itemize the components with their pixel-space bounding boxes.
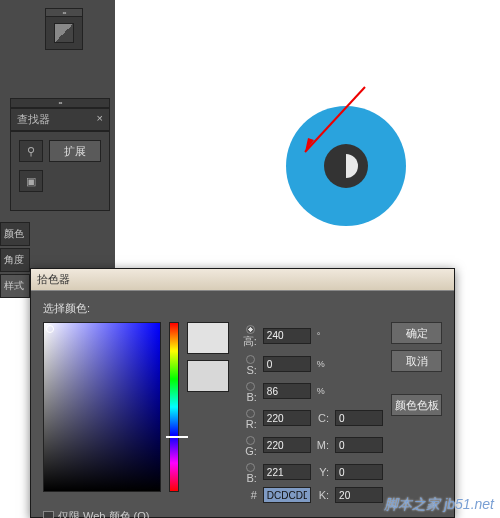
s-input[interactable] (263, 356, 311, 372)
canvas-inner-circle (324, 144, 368, 188)
finder-panel: •• 查找器 × ⚲ 扩展 ▣ (10, 98, 110, 211)
watermark: 脚本之家 jb51.net (384, 496, 494, 514)
side-tab-color[interactable]: 颜色 (0, 222, 30, 246)
radio-bl[interactable] (246, 463, 255, 472)
ok-button[interactable]: 确定 (391, 322, 442, 344)
side-tab-style[interactable]: 样式 (0, 274, 30, 298)
cancel-button[interactable]: 取消 (391, 350, 442, 372)
radio-b[interactable] (246, 382, 255, 391)
radio-g[interactable] (246, 436, 255, 445)
select-color-label: 选择颜色: (43, 301, 442, 316)
new-color-swatch (187, 322, 229, 354)
web-only-row[interactable]: 仅限 Web 颜色 (O) (43, 509, 442, 518)
panel-grip[interactable]: •• (46, 9, 82, 17)
left-panel-strip: •• •• 查找器 × ⚲ 扩展 ▣ 颜色 角度 样式 (0, 0, 115, 280)
finder-stack-button[interactable]: ▣ (19, 170, 43, 192)
hue-slider[interactable] (169, 322, 179, 492)
stack-icon: ▣ (26, 175, 36, 188)
web-only-label: 仅限 Web 颜色 (O) (58, 509, 149, 518)
b-input[interactable] (263, 383, 311, 399)
bl-input[interactable] (263, 464, 311, 480)
radio-r[interactable] (246, 409, 255, 418)
m-input[interactable] (335, 437, 383, 453)
panel-grip[interactable]: •• (10, 98, 110, 108)
g-input[interactable] (263, 437, 311, 453)
y-input[interactable] (335, 464, 383, 480)
mini-layers-panel[interactable]: •• (45, 8, 83, 50)
side-tab-angle[interactable]: 角度 (0, 248, 30, 272)
color-fields: 高: ° S: % B: % R: C: G: M: B: Y: # (243, 322, 383, 503)
saturation-value-box[interactable] (43, 322, 161, 492)
color-picker-dialog: 拾色器 选择颜色: 高: ° S: % B: % R: (30, 268, 455, 518)
finder-tab[interactable]: 查找器 (17, 112, 50, 127)
current-color-swatch (187, 360, 229, 392)
k-input[interactable] (335, 487, 383, 503)
sv-cursor (46, 325, 54, 333)
canvas-circle (286, 106, 406, 226)
h-input[interactable] (263, 328, 311, 344)
contrast-icon (334, 154, 358, 178)
radio-s[interactable] (246, 355, 255, 364)
swatches-button[interactable]: 颜色色板 (391, 394, 442, 416)
dialog-title: 拾色器 (37, 272, 70, 287)
finder-tabbar: 查找器 × (10, 108, 110, 131)
r-input[interactable] (263, 410, 311, 426)
search-icon: ⚲ (27, 145, 35, 158)
dialog-titlebar[interactable]: 拾色器 (31, 269, 454, 291)
hex-input[interactable] (263, 487, 311, 503)
layers-icon (54, 23, 74, 43)
radio-h[interactable] (246, 325, 255, 334)
finder-extend-button[interactable]: 扩展 (49, 140, 101, 162)
finder-search-button[interactable]: ⚲ (19, 140, 43, 162)
close-icon[interactable]: × (97, 112, 103, 127)
c-input[interactable] (335, 410, 383, 426)
web-only-checkbox[interactable] (43, 511, 54, 518)
hue-marker (166, 436, 188, 440)
side-tab-group: 颜色 角度 样式 (0, 222, 30, 300)
